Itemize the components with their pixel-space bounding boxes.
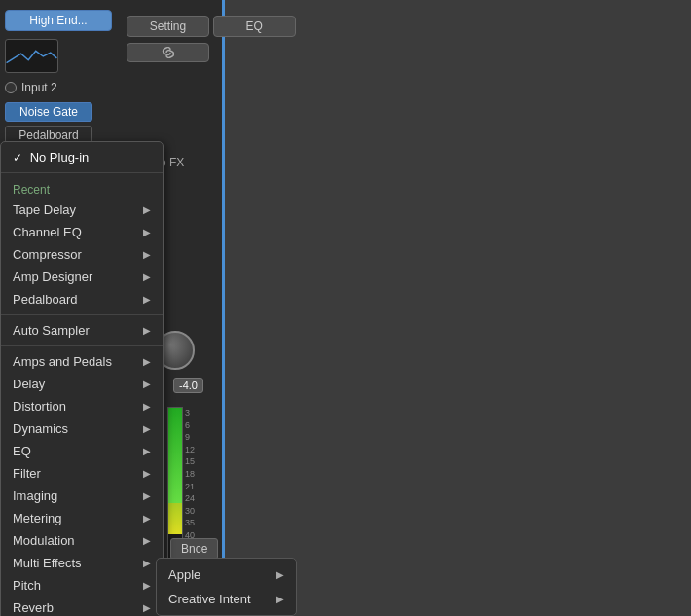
- menu-item-no-plug-in[interactable]: ✓ No Plug-in: [1, 146, 163, 168]
- input-label: Input 2: [21, 81, 57, 94]
- menu-item-dynamics[interactable]: Dynamics ▶: [1, 417, 163, 440]
- setting-button[interactable]: Setting: [127, 16, 209, 37]
- menu-item-metering[interactable]: Metering ▶: [1, 507, 163, 529]
- noise-gate-button[interactable]: Noise Gate: [5, 102, 92, 122]
- arrow-icon: ▶: [143, 294, 151, 305]
- value-badge: -4.0: [173, 378, 203, 393]
- arrow-icon: ▶: [276, 569, 284, 580]
- menu-item-delay[interactable]: Delay ▶: [1, 373, 163, 395]
- arrow-icon: ▶: [143, 468, 151, 479]
- divider-3: [1, 345, 163, 346]
- arrow-icon: ▶: [143, 602, 151, 613]
- menu-item-reverb[interactable]: Reverb ▶: [1, 597, 163, 616]
- check-icon: ✓: [13, 151, 22, 164]
- arrow-icon: ▶: [143, 249, 151, 260]
- arrow-icon: ▶: [143, 446, 151, 456]
- plugin-menu: ✓ No Plug-in Recent Tape Delay ▶ Channel…: [0, 141, 164, 616]
- arrow-icon: ▶: [143, 558, 151, 568]
- menu-item-channel-eq[interactable]: Channel EQ ▶: [1, 221, 163, 243]
- arrow-icon: ▶: [143, 401, 151, 412]
- setting-area: Setting EQ: [127, 10, 296, 62]
- waveform-display: [5, 39, 58, 73]
- arrow-icon: ▶: [143, 204, 151, 215]
- link-button[interactable]: [127, 43, 209, 62]
- menu-item-pedalboard[interactable]: Pedalboard ▶: [1, 288, 163, 310]
- arrow-icon: ▶: [143, 325, 151, 336]
- menu-item-modulation[interactable]: Modulation ▶: [1, 529, 163, 552]
- eq-button[interactable]: EQ: [213, 16, 296, 37]
- arrow-icon: ▶: [143, 535, 151, 546]
- bnce-button[interactable]: Bnce: [170, 538, 218, 560]
- submenu-item-creative-intent[interactable]: Creative Intent ▶: [157, 587, 296, 611]
- menu-item-auto-sampler[interactable]: Auto Sampler ▶: [1, 319, 163, 342]
- arrow-icon: ▶: [143, 227, 151, 237]
- menu-item-multi-effects[interactable]: Multi Effects ▶: [1, 552, 163, 574]
- submenu-item-apple[interactable]: Apple ▶: [157, 562, 296, 587]
- menu-item-amp-designer[interactable]: Amp Designer ▶: [1, 266, 163, 288]
- menu-item-distortion[interactable]: Distortion ▶: [1, 395, 163, 417]
- right-panel: [224, 0, 691, 616]
- menu-item-filter[interactable]: Filter ▶: [1, 462, 163, 485]
- arrow-icon: ▶: [143, 490, 151, 501]
- input-row: Input 2: [5, 81, 112, 94]
- menu-item-tape-delay[interactable]: Tape Delay ▶: [1, 199, 163, 221]
- recent-section-label: Recent: [1, 177, 163, 199]
- divider-2: [1, 314, 163, 315]
- arrow-icon: ▶: [143, 272, 151, 282]
- menu-item-amps-and-pedals[interactable]: Amps and Pedals ▶: [1, 350, 163, 373]
- menu-item-compressor[interactable]: Compressor ▶: [1, 243, 163, 266]
- top-controls: High End... Input 2 Noise Gate Pedalboar…: [5, 10, 112, 145]
- divider-1: [1, 172, 163, 173]
- arrow-icon: ▶: [143, 356, 151, 367]
- arrow-icon: ▶: [143, 379, 151, 389]
- panel-divider: [222, 0, 225, 616]
- input-indicator: [5, 82, 17, 93]
- audio-units-submenu: Apple ▶ Creative Intent ▶: [156, 558, 297, 616]
- menu-item-pitch[interactable]: Pitch ▶: [1, 574, 163, 597]
- arrow-icon: ▶: [143, 513, 151, 524]
- high-end-button[interactable]: High End...: [5, 10, 112, 31]
- arrow-icon: ▶: [143, 423, 151, 434]
- arrow-icon: ▶: [143, 580, 151, 591]
- menu-item-eq[interactable]: EQ ▶: [1, 440, 163, 462]
- menu-item-imaging[interactable]: Imaging ▶: [1, 485, 163, 507]
- arrow-icon: ▶: [276, 594, 284, 604]
